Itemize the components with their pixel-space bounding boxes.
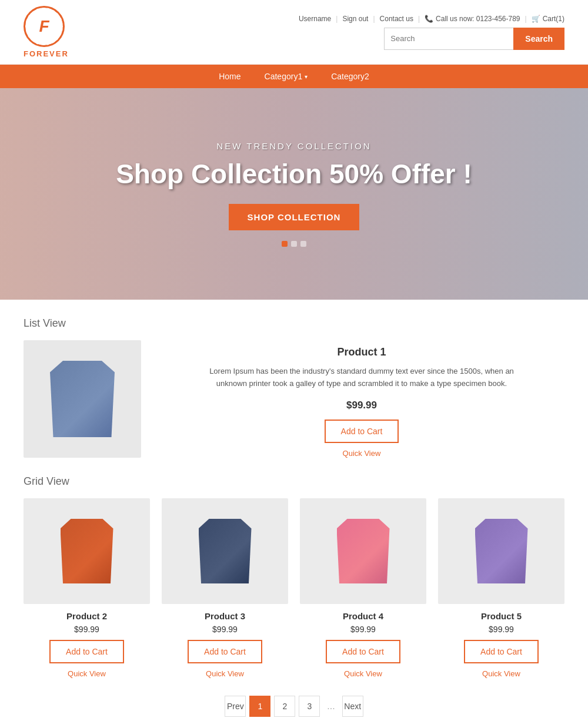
nav-category2-label: Category2 [331,72,369,81]
cart-area[interactable]: 🛒 Cart(1) [532,15,564,23]
product2-add-to-cart-button[interactable]: Add to Cart [49,640,124,663]
product1-quick-view-link[interactable]: Quick View [159,449,564,458]
nav-home-label: Home [219,72,240,81]
phone-label: Call us now: 0123-456-789 [436,15,520,23]
list-view-title: List View [24,317,564,330]
pagination-dots: ... [323,701,338,712]
dot-2[interactable] [291,241,297,247]
shop-collection-button[interactable]: SHOP COLLECTION [229,204,360,230]
main-content: List View Product 1 Lorem Ipsum has been… [12,300,576,728]
product5-price: $99.99 [438,625,564,634]
username-link[interactable]: Username [299,15,331,23]
logo-letter: F [39,17,49,36]
product3-image [162,498,288,604]
product2-price: $99.99 [24,625,150,634]
phone-area: 📞 Call us now: 0123-456-789 [425,15,520,23]
contact-link[interactable]: Contact us [380,15,413,23]
grid-view-title: Grid View [24,475,564,488]
product1-jacket-icon [50,361,115,437]
nav-category1-label: Category1 [265,72,303,81]
hero-title: Shop Collection 50% Offer ! [12,158,576,190]
hero-subtitle: NEW TRENDY COLLECTION [12,141,576,151]
dot-3[interactable] [300,241,306,247]
top-right-area: Username | Sign out | Contact us | 📞 Cal… [299,15,564,50]
product5-image [438,498,564,604]
dot-1[interactable] [282,241,288,247]
product1-description: Lorem Ipsum has been the industry's stan… [209,365,514,390]
pagination-page-1[interactable]: 1 [249,696,270,717]
product3-jacket-icon [199,519,252,583]
main-nav: Home Category1 ▾ Category2 [0,65,588,88]
cart-label: Cart(1) [543,15,564,23]
product5-name: Product 5 [438,611,564,621]
product2-jacket-icon [61,519,113,583]
grid-product-3: Product 3 $99.99 Add to Cart Quick View [162,498,288,678]
product3-add-to-cart-button[interactable]: Add to Cart [188,640,262,663]
nav-item-category2[interactable]: Category2 [331,72,369,81]
product5-add-to-cart-button[interactable]: Add to Cart [464,640,539,663]
hero-content: NEW TRENDY COLLECTION Shop Collection 50… [0,129,588,259]
search-button[interactable]: Search [513,28,564,50]
logo-name: FOREVER [24,49,69,58]
cart-icon: 🛒 [532,15,540,23]
product2-image [24,498,150,604]
pagination-page-2[interactable]: 2 [274,696,295,717]
grid-products: Product 2 $99.99 Add to Cart Quick View … [24,498,564,678]
top-bar: F FOREVER Username | Sign out | Contact … [0,0,588,65]
search-input[interactable] [384,28,513,50]
pagination-prev[interactable]: Prev [225,696,246,717]
grid-product-2: Product 2 $99.99 Add to Cart Quick View [24,498,150,678]
product4-jacket-icon [337,519,390,583]
product1-name: Product 1 [159,346,564,358]
grid-product-4: Product 4 $99.99 Add to Cart Quick View [300,498,426,678]
nav-item-home[interactable]: Home [219,72,240,81]
chevron-down-icon: ▾ [305,73,308,80]
list-view-item: Product 1 Lorem Ipsum has been the indus… [24,340,564,458]
product1-detail: Product 1 Lorem Ipsum has been the indus… [159,340,564,458]
top-links: Username | Sign out | Contact us | 📞 Cal… [299,15,564,23]
phone-icon: 📞 [425,15,433,23]
pagination-next[interactable]: Next [342,696,363,717]
search-area: Search [384,28,564,50]
pagination: Prev 1 2 3 ... Next [24,696,564,717]
product1-price: $99.99 [159,400,564,411]
signout-link[interactable]: Sign out [342,15,368,23]
pagination-page-3[interactable]: 3 [299,696,320,717]
logo[interactable]: F FOREVER [24,6,69,58]
nav-item-category1[interactable]: Category1 ▾ [265,72,308,81]
grid-product-5: Product 5 $99.99 Add to Cart Quick View [438,498,564,678]
product4-name: Product 4 [300,611,426,621]
hero-banner: NEW TRENDY COLLECTION Shop Collection 50… [0,88,588,300]
product2-name: Product 2 [24,611,150,621]
product5-quick-view-link[interactable]: Quick View [438,669,564,678]
product4-quick-view-link[interactable]: Quick View [300,669,426,678]
product3-quick-view-link[interactable]: Quick View [162,669,288,678]
product1-add-to-cart-button[interactable]: Add to Cart [325,420,399,443]
product4-image [300,498,426,604]
product2-quick-view-link[interactable]: Quick View [24,669,150,678]
product3-name: Product 3 [162,611,288,621]
product1-image [24,340,141,458]
product3-price: $99.99 [162,625,288,634]
product4-price: $99.99 [300,625,426,634]
hero-dots [12,241,576,247]
product5-jacket-icon [475,519,528,583]
product4-add-to-cart-button[interactable]: Add to Cart [326,640,400,663]
